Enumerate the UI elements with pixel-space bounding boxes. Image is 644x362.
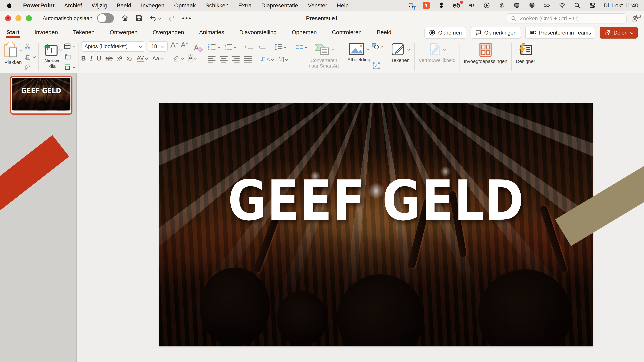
tab-ontwerpen[interactable]: Ontwerpen [110,26,138,39]
bluetooth-icon[interactable] [498,1,506,9]
designer-button[interactable]: Designer [514,42,536,64]
line-spacing-chevron-icon [284,45,286,48]
home-icon[interactable] [121,14,129,22]
tab-start[interactable]: Start [6,26,19,39]
italic-button[interactable]: I [90,55,92,62]
save-icon[interactable] [135,14,143,22]
wifi-icon[interactable] [558,1,566,9]
underline-button[interactable]: U [96,55,101,62]
undo-chevron-icon[interactable] [158,17,161,20]
character-spacing-button[interactable]: AV [137,55,148,62]
s-logo-app-icon[interactable] [438,1,445,9]
tab-opnemen[interactable]: Opnemen [292,26,317,39]
numbering-button[interactable]: 123 [224,43,237,51]
clear-formatting-button[interactable]: A [194,41,202,52]
comments-button[interactable]: Opmerkingen [470,27,521,38]
menubar-item-archief[interactable]: Archief [64,2,82,9]
menubar-clock[interactable]: Di 1 okt 11:40 [604,2,638,9]
align-center-button[interactable] [220,56,228,62]
slide-thumbnail-selected[interactable]: GEEF GELD [10,76,72,115]
menubar-item-help[interactable]: Help [337,2,349,9]
tab-invoegen[interactable]: Invoegen [34,26,58,39]
slide-canvas[interactable]: GEEF GELD [159,103,593,347]
minimize-window-button[interactable] [16,15,22,21]
menubar-item-wijzig[interactable]: Wijzig [92,2,107,9]
new-slide-button[interactable]: Nieuwedia [41,42,64,69]
cut-button[interactable] [24,42,36,50]
share-feedback-person-icon[interactable] [631,14,641,24]
menubar-item-opmaak[interactable]: Opmaak [174,2,196,9]
reset-slide-button[interactable] [64,53,76,60]
menubar-item-extra[interactable]: Extra [238,2,252,9]
battery-icon[interactable] [543,1,551,9]
addins-button[interactable]: Invoegtoepassingen [462,42,509,64]
tab-tekenen[interactable]: Tekenen [73,26,94,39]
search-input[interactable]: Zoeken (Cmd + Ctrl + U) [507,13,626,23]
tab-controleren[interactable]: Controleren [332,26,362,39]
close-window-button[interactable] [5,15,11,21]
apple-menu-icon[interactable] [6,1,14,9]
screen-mirroring-status-icon[interactable]: ❚❚ [407,1,415,9]
menubar-item-diapresentatie[interactable]: Diapresentatie [261,2,298,9]
font-name-select[interactable]: Aptos (Hoofdtekst) [81,41,145,52]
e-app-status-icon[interactable]: eö [453,1,460,9]
menubar-item-beeld[interactable]: Beeld [117,2,131,9]
display-icon[interactable] [513,1,521,9]
menubar-item-invoegen[interactable]: Invoegen [141,2,164,9]
sensitivity-chevron-icon [443,48,446,51]
volume-icon[interactable] [468,1,476,9]
menubar-item-venster[interactable]: Venster [308,2,327,9]
draw-button[interactable]: Tekenen [389,42,412,63]
tab-beeld[interactable]: Beeld [377,26,392,39]
text-direction-button[interactable]: ⇵A [261,56,274,62]
creative-cloud-app-icon[interactable]: ↯ [422,1,430,9]
tab-animaties[interactable]: Animaties [199,26,224,39]
bullets-button[interactable] [208,43,220,51]
grow-font-button[interactable]: A˄ [170,41,178,52]
share-button[interactable]: Delen [600,27,638,38]
format-painter-button[interactable] [24,63,36,71]
align-right-button[interactable] [232,56,240,62]
font-color-button[interactable]: A [188,55,196,62]
autosave-toggle[interactable] [97,13,114,23]
record-button[interactable]: Opnemen [424,27,466,38]
menubar-item-powerpoint[interactable]: PowerPoint [23,2,54,9]
text-box-button[interactable]: A [373,62,384,69]
airdrop-icon[interactable] [528,1,536,9]
zoom-window-button[interactable] [26,15,32,21]
align-text-button[interactable]: [↕] [278,57,288,62]
change-case-button[interactable]: Aa [152,55,163,62]
sensitivity-button[interactable]: Vertrouwelijkheid [417,42,457,63]
convert-to-smartart-button[interactable]: Converterennaar SmartArt [308,42,340,69]
font-size-select[interactable]: 18 [148,41,168,52]
section-button[interactable] [64,63,76,71]
copy-button[interactable] [24,53,36,60]
decrease-indent-button[interactable] [245,43,254,51]
shrink-font-button[interactable]: A˅ [181,41,188,52]
panel-divider[interactable] [76,73,77,362]
highlight-color-button[interactable] [172,54,184,62]
tab-overgangen[interactable]: Overgangen [152,26,184,39]
align-left-button[interactable] [208,56,216,62]
picture-button[interactable]: Afbeelding [346,42,372,63]
redo-button[interactable] [168,14,175,22]
superscript-button[interactable]: x² [117,55,122,62]
line-spacing-button[interactable] [274,43,286,51]
subscript-button[interactable]: x₂ [127,55,132,62]
undo-button[interactable] [150,14,161,22]
control-center-icon[interactable] [588,1,596,9]
justify-button[interactable] [244,56,252,62]
shapes-button[interactable] [372,42,384,50]
menubar-item-schikken[interactable]: Schikken [206,2,228,9]
columns-button[interactable] [295,43,308,51]
increase-indent-button[interactable] [258,43,266,51]
strikethrough-button[interactable]: ab [106,55,113,62]
slide-layout-button[interactable] [64,42,76,50]
present-in-teams-button[interactable]: T Presenteren in Teams [525,27,596,38]
spotlight-search-icon[interactable] [574,1,581,9]
paste-button[interactable]: Plakken [2,42,24,65]
tab-diavoorstelling[interactable]: Diavoorstelling [239,26,277,39]
draw-group: Tekenen [389,40,412,73]
bold-button[interactable]: B [81,55,86,62]
play-status-icon[interactable] [483,1,490,9]
